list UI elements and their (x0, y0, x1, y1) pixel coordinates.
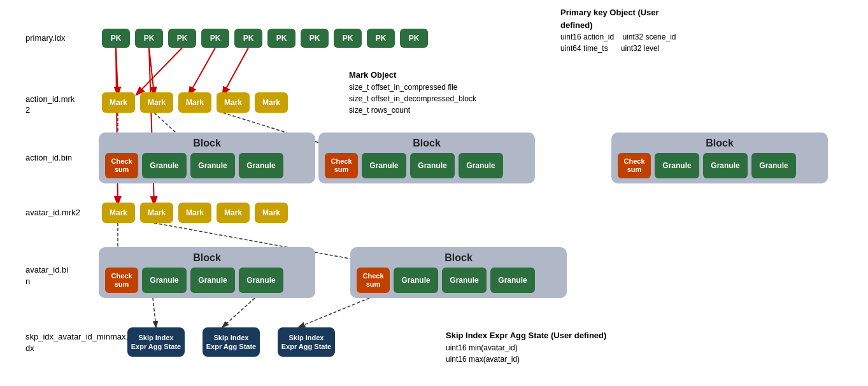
svg-line-0 (116, 48, 118, 94)
avatar-granule-2-3: Granule (490, 268, 535, 293)
pk-box-1: PK (102, 29, 130, 48)
action-granule-1-2: Granule (190, 153, 235, 178)
action-granule-2-1: Granule (362, 153, 406, 178)
avatar-block-1-title: Block (105, 252, 309, 264)
svg-line-4 (223, 48, 248, 94)
avatar-mrk-label: avatar_id.mrk2 (25, 208, 80, 217)
action-granule-1-1: Granule (142, 153, 187, 178)
action-mrk-label: action_id.mrk2 (25, 94, 75, 116)
pk-box-3: PK (168, 29, 196, 48)
pk-box-4: PK (201, 29, 229, 48)
svg-line-3 (189, 48, 215, 94)
svg-line-1 (149, 48, 154, 94)
avatar-mark-5: Mark (255, 203, 288, 223)
pk-box-5: PK (234, 29, 262, 48)
action-granule-2-2: Granule (410, 153, 455, 178)
mark-object-title: Mark Object (349, 69, 476, 82)
avatar-block-1: Block Checksum Granule Granule Granule (99, 247, 315, 298)
avatar-granule-1-2: Granule (190, 268, 235, 293)
skip-field-2: uint16 max(avatar_id) (446, 354, 606, 365)
action-mark-1: Mark (102, 92, 135, 113)
pk-box-9: PK (367, 29, 395, 48)
pk-field-2: uint64 time_ts uint32 level (560, 43, 676, 54)
pk-box-10: PK (400, 29, 428, 48)
avatar-mark-3: Mark (178, 203, 211, 223)
action-checksum-3: Checksum (618, 153, 651, 178)
avatar-checksum-2: Checksum (357, 268, 390, 293)
avatar-mark-4: Mark (217, 203, 250, 223)
action-block-3: Block Checksum Granule Granule Granule (611, 132, 828, 183)
pk-field-1: uint16 action_id uint32 scene_id (560, 31, 676, 43)
pk-box-2: PK (135, 29, 163, 48)
pk-row: PK PK PK PK PK PK PK PK PK PK (102, 29, 428, 48)
avatar-granule-2-1: Granule (394, 268, 438, 293)
avatar-mark-row: Mark Mark Mark Mark Mark (102, 203, 288, 223)
skip-box-3: Skip IndexExpr Agg State (278, 327, 335, 357)
action-mark-5: Mark (255, 92, 288, 113)
avatar-mark-1: Mark (102, 203, 135, 223)
avatar-granule-1-1: Granule (142, 268, 187, 293)
mark-field-2: size_t offset_in_decompressed_block (349, 93, 476, 104)
avatar-mark-2: Mark (140, 203, 173, 223)
action-block-1: Block Checksum Granule Granule Granule (99, 132, 315, 183)
skip-box-1: Skip IndexExpr Agg State (127, 327, 185, 357)
action-mark-2: Mark (140, 92, 173, 113)
action-checksum-1: Checksum (105, 153, 138, 178)
mark-field-1: size_t offset_in_compressed file (349, 82, 476, 93)
mark-field-3: size_t rows_count (349, 104, 476, 116)
action-mark-3: Mark (178, 92, 211, 113)
pk-box-8: PK (334, 29, 362, 48)
avatar-granule-2-2: Granule (442, 268, 487, 293)
diagram: primary.idx PK PK PK PK PK PK PK PK PK P… (0, 0, 868, 386)
avatar-block-2: Block Checksum Granule Granule Granule (350, 247, 567, 298)
skip-index-annotation: Skip Index Expr Agg State (User defined)… (446, 329, 606, 365)
action-block-3-title: Block (618, 138, 822, 149)
avatar-granule-1-3: Granule (239, 268, 283, 293)
action-granule-1-3: Granule (239, 153, 283, 178)
skip-index-row: Skip IndexExpr Agg State Skip IndexExpr … (127, 327, 335, 357)
action-granule-3-2: Granule (703, 153, 748, 178)
action-mark-row: Mark Mark Mark Mark Mark (102, 92, 288, 113)
pk-box-6: PK (267, 29, 295, 48)
primary-key-annotation: Primary key Object (Userdefined) uint16 … (560, 6, 676, 54)
action-block-2: Block Checksum Granule Granule Granule (318, 132, 535, 183)
skip-index-title: Skip Index Expr Agg State (User defined) (446, 329, 606, 342)
primary-key-title: Primary key Object (Userdefined) (560, 6, 676, 31)
action-granule-2-3: Granule (459, 153, 503, 178)
skip-box-2: Skip IndexExpr Agg State (203, 327, 260, 357)
action-mark-4: Mark (217, 92, 250, 113)
action-block-1-title: Block (105, 138, 309, 149)
skip-field-1: uint16 min(avatar_id) (446, 342, 606, 354)
skip-idx-label: skp_idx_avatar_id_minmax.idx (25, 331, 130, 354)
action-block-2-title: Block (325, 138, 529, 149)
action-bin-label: action_id.bin (25, 153, 72, 162)
avatar-checksum-1: Checksum (105, 268, 138, 293)
avatar-block-2-title: Block (357, 252, 560, 264)
action-granule-3-1: Granule (655, 153, 699, 178)
svg-line-2 (137, 48, 182, 94)
mark-object-annotation: Mark Object size_t offset_in_compressed … (349, 69, 476, 116)
pk-box-7: PK (301, 29, 329, 48)
svg-line-18 (223, 298, 255, 327)
action-checksum-2: Checksum (325, 153, 358, 178)
action-granule-3-3: Granule (751, 153, 796, 178)
primary-idx-label: primary.idx (25, 33, 66, 43)
avatar-bin-label: avatar_id.bin (25, 264, 68, 287)
svg-line-17 (153, 298, 156, 327)
svg-line-19 (299, 298, 369, 327)
